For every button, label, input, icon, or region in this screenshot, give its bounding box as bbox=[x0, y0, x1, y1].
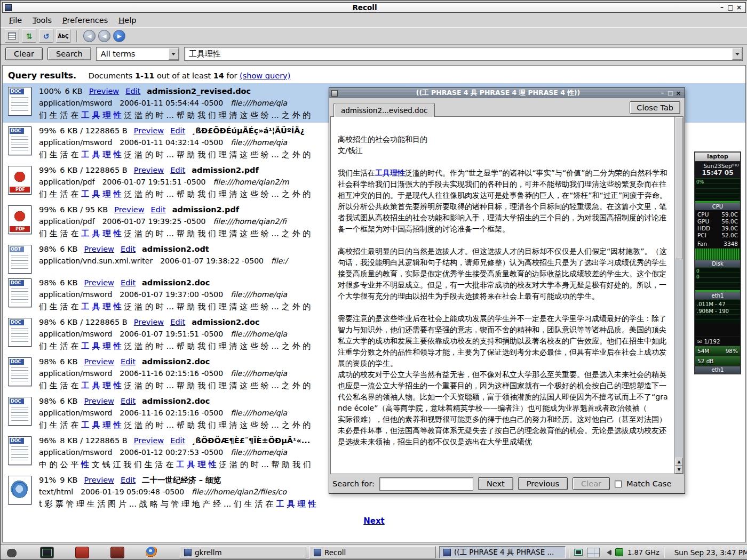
tray-separator bbox=[664, 547, 665, 558]
workspace-pager[interactable] bbox=[587, 548, 600, 557]
close-icon[interactable]: × bbox=[735, 4, 743, 11]
mail-monitor[interactable]: ✉ 1/192 bbox=[695, 337, 740, 346]
memory-meter[interactable]: 54M 98% bbox=[695, 346, 740, 356]
scroll-down-icon[interactable]: ▼ bbox=[675, 466, 683, 474]
edit-link[interactable]: Edit bbox=[170, 318, 185, 326]
chevron-down-icon[interactable] bbox=[169, 48, 179, 60]
term-explorer-button[interactable]: ÂbÇ bbox=[56, 29, 70, 43]
sound-meter[interactable]: 52 dB bbox=[695, 356, 740, 366]
menu-item[interactable]: Tools bbox=[27, 14, 57, 26]
file-type-icon bbox=[8, 205, 31, 234]
snippet-highlight: 工 具 理 性 bbox=[81, 381, 122, 390]
footprint-icon[interactable] bbox=[5, 547, 19, 558]
timer-button[interactable]: eth1 bbox=[695, 366, 740, 373]
edit-link[interactable]: Edit bbox=[170, 436, 185, 445]
network-monitor-icon[interactable] bbox=[574, 549, 583, 556]
doc-heading: 高校招生的社会功能和目的 bbox=[338, 134, 670, 145]
sort-button[interactable]: ⇅ bbox=[22, 29, 36, 43]
close-icon[interactable]: × bbox=[674, 90, 682, 97]
preview-link[interactable]: Preview bbox=[84, 476, 114, 484]
scrollbar-thumb[interactable] bbox=[676, 117, 682, 259]
red-app-icon[interactable] bbox=[75, 547, 89, 558]
find-input[interactable] bbox=[379, 477, 473, 491]
window-titlebar[interactable]: Recoll – □ × bbox=[2, 2, 746, 13]
chevron-down-icon[interactable] bbox=[732, 48, 742, 60]
preview-link[interactable]: Preview bbox=[84, 278, 114, 287]
maximize-icon[interactable]: □ bbox=[666, 90, 674, 97]
result-title: admission2.doc bbox=[192, 318, 259, 326]
menu-item[interactable]: File bbox=[4, 14, 27, 26]
edit-link[interactable]: Edit bbox=[121, 357, 136, 366]
taskbar-clock[interactable]: Sun Sep 23, 3:47 PM bbox=[669, 548, 747, 557]
preview-link[interactable]: Preview bbox=[84, 357, 114, 366]
file-date: 2006-11-16 02:15:16 -0500 bbox=[120, 409, 223, 417]
edit-link[interactable]: Edit bbox=[151, 205, 166, 214]
close-tab-button[interactable]: Close Tab bbox=[630, 101, 680, 114]
find-next-button[interactable]: Next bbox=[478, 477, 513, 490]
scrollbar[interactable]: ▲ ▼ bbox=[674, 117, 683, 474]
previous-page-button[interactable]: ◀ bbox=[98, 30, 110, 42]
edit-link[interactable]: Edit bbox=[121, 278, 136, 287]
preview-link[interactable]: Preview bbox=[134, 126, 164, 135]
edit-link[interactable]: Edit bbox=[170, 166, 185, 174]
file-url: file:///home/qia bbox=[231, 99, 287, 107]
mime-type: application/msword bbox=[39, 99, 112, 107]
edit-link[interactable]: Edit bbox=[170, 126, 185, 135]
preview-link[interactable]: Preview bbox=[134, 436, 164, 445]
volume-icon[interactable] bbox=[604, 550, 611, 555]
doc-history-button[interactable]: ↺ bbox=[39, 29, 53, 43]
next-page-button[interactable]: ▶ bbox=[113, 30, 125, 42]
search-button[interactable]: Search bbox=[47, 47, 91, 60]
menu-item[interactable]: Help bbox=[113, 14, 141, 26]
edit-link[interactable]: Edit bbox=[121, 397, 136, 405]
disk-section-label[interactable]: Disk bbox=[695, 260, 740, 267]
edit-link[interactable]: Edit bbox=[121, 476, 136, 484]
task-button[interactable]: ((工 PHRASE 4 具 PHRASE ... bbox=[439, 546, 566, 558]
sensor-value: 56.0C bbox=[721, 218, 738, 225]
browser-icon[interactable] bbox=[146, 547, 158, 558]
maximize-icon[interactable]: □ bbox=[726, 4, 735, 11]
edit-link[interactable]: Edit bbox=[121, 245, 136, 253]
match-case-checkbox[interactable] bbox=[615, 481, 622, 487]
file-size: 8 KB / 1228865 B bbox=[60, 436, 128, 445]
preview-document-text[interactable]: 高校招生的社会功能和目的 文/钱江 我们生活在工具理性泛滥的时代。作为“世之显学… bbox=[331, 117, 674, 474]
preview-link[interactable]: Preview bbox=[134, 318, 164, 326]
edit-link[interactable]: Edit bbox=[125, 87, 140, 95]
preview-link[interactable]: Preview bbox=[114, 205, 144, 214]
search-mode-select[interactable]: All terms bbox=[96, 47, 179, 61]
preview-link[interactable]: Preview bbox=[84, 397, 114, 405]
toolbox-icon[interactable] bbox=[110, 547, 124, 558]
minimize-icon[interactable]: – bbox=[718, 4, 726, 11]
scroll-up-icon[interactable]: ▲ bbox=[675, 458, 683, 466]
first-page-button[interactable]: ◀ bbox=[83, 30, 96, 42]
snippet-text: 们 生 活 在 bbox=[39, 381, 81, 390]
file-url: file:///home/qia bbox=[231, 138, 287, 147]
snippet-highlight: 工 具 理 性 bbox=[81, 341, 122, 351]
clear-button[interactable]: Clear bbox=[5, 47, 43, 60]
cpu-section-label[interactable]: CPU bbox=[695, 203, 740, 210]
minimize-icon[interactable]: – bbox=[658, 90, 666, 97]
find-clear-button[interactable]: Clear bbox=[573, 477, 610, 490]
results-summary-text: for bbox=[227, 71, 237, 80]
search-input[interactable] bbox=[185, 49, 732, 59]
next-results-link[interactable]: Next bbox=[363, 516, 385, 526]
snippet-text: 们 生 活 在 bbox=[39, 302, 81, 311]
find-previous-button[interactable]: Previous bbox=[518, 477, 568, 490]
menu-item[interactable]: Preferences bbox=[57, 14, 113, 26]
results-title: Query results. bbox=[8, 70, 76, 81]
preview-link[interactable]: Preview bbox=[89, 87, 119, 95]
task-button[interactable]: Recoll bbox=[309, 546, 436, 558]
net-section-label[interactable]: eth1 bbox=[695, 292, 740, 299]
preview-link[interactable]: Preview bbox=[134, 166, 164, 174]
preview-tab[interactable]: admission2...evised.doc bbox=[333, 103, 435, 117]
scrollbar-buttons: ▲ ▼ bbox=[675, 458, 683, 474]
cpufreq-icon[interactable] bbox=[615, 548, 623, 556]
monitor-icon[interactable] bbox=[40, 547, 54, 558]
preview-link[interactable]: Preview bbox=[84, 245, 114, 253]
result-title: admission2.pdf bbox=[172, 205, 239, 214]
results-range: 1-11 bbox=[135, 71, 154, 80]
task-button[interactable]: gkrellm bbox=[180, 546, 306, 558]
query-details-button[interactable] bbox=[5, 29, 19, 43]
preview-titlebar[interactable]: ((工 PHRASE 4 具 PHRASE 4 理 PHRASE 4 性)) –… bbox=[329, 88, 685, 98]
show-query-link[interactable]: (show query) bbox=[240, 71, 290, 80]
